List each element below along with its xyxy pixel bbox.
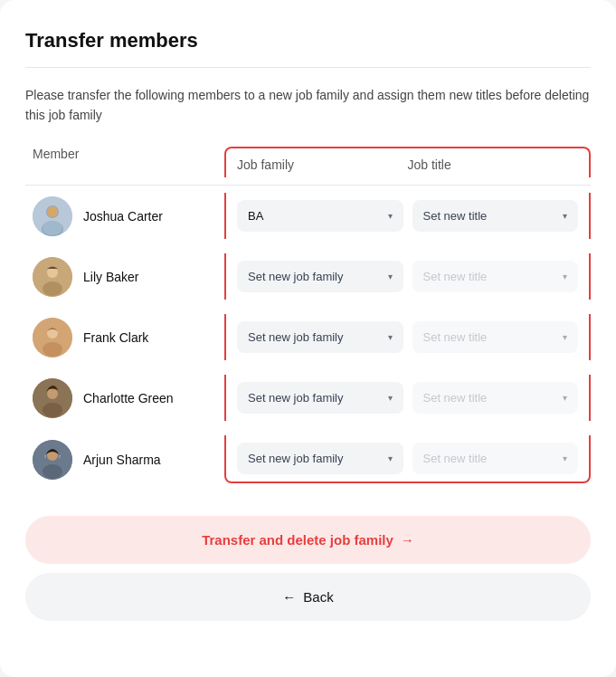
job-family-value: BA <box>248 209 383 223</box>
svg-point-12 <box>47 388 58 399</box>
member-name: Charlotte Green <box>83 391 174 405</box>
chevron-down-icon: ▾ <box>388 272 393 281</box>
member-rows-container: Joshua Carter BA ▾ Set new title ▾ Lily … <box>25 186 591 491</box>
column-member-header: Member <box>25 147 224 177</box>
svg-point-10 <box>43 342 62 357</box>
column-job-family-header: Job family <box>237 157 408 172</box>
back-arrow-icon: ← <box>282 589 296 605</box>
job-family-dropdown-joshua[interactable]: BA ▾ <box>237 200 403 232</box>
chevron-down-icon: ▾ <box>563 332 567 342</box>
table-row: Frank Clark Set new job family ▾ Set new… <box>25 307 591 367</box>
chevron-down-icon: ▾ <box>388 453 393 463</box>
member-name: Arjun Sharma <box>83 453 161 467</box>
chevron-down-icon: ▾ <box>388 211 393 221</box>
table-row: Charlotte Green Set new job family ▾ Set… <box>25 367 591 428</box>
member-info: Joshua Carter <box>25 196 224 236</box>
job-title-value: Set new title <box>423 452 558 465</box>
description: Please transfer the following members to… <box>25 86 591 125</box>
back-button-label: Back <box>303 589 333 605</box>
member-info: Arjun Sharma <box>25 440 224 480</box>
chevron-down-icon: ▾ <box>388 393 393 403</box>
member-info: Charlotte Green <box>25 378 224 418</box>
job-family-value: Set new job family <box>248 452 383 465</box>
back-button[interactable]: ← Back <box>25 573 591 621</box>
job-family-value: Set new job family <box>248 330 383 344</box>
table-row: Joshua Carter BA ▾ Set new title ▾ <box>25 186 591 246</box>
avatar <box>33 378 72 418</box>
job-family-value: Set new job family <box>248 391 383 405</box>
svg-point-16 <box>43 464 62 479</box>
job-title-value: Set new title <box>423 209 558 223</box>
avatar <box>33 257 72 297</box>
transfer-arrow-icon: → <box>401 532 414 548</box>
transfer-button-label: Transfer and delete job family <box>202 532 393 548</box>
job-family-value: Set new job family <box>248 270 383 283</box>
row-controls: Set new job family ▾ Set new title ▾ <box>224 375 591 421</box>
svg-point-4 <box>43 221 62 235</box>
avatar <box>33 196 72 236</box>
job-family-dropdown-arjun[interactable]: Set new job family ▾ <box>237 443 403 474</box>
job-title-dropdown-charlotte: Set new title ▾ <box>412 382 579 414</box>
modal-card: Transfer members Please transfer the fol… <box>0 0 616 677</box>
transfer-delete-button[interactable]: Transfer and delete job family → <box>25 516 591 564</box>
job-family-dropdown-lily[interactable]: Set new job family ▾ <box>237 261 403 292</box>
job-title-dropdown-frank: Set new title ▾ <box>412 321 579 353</box>
member-info: Lily Baker <box>25 257 224 297</box>
job-title-value: Set new title <box>423 330 558 344</box>
table-row: Arjun Sharma Set new job family ▾ Set ne… <box>25 428 591 491</box>
member-name: Lily Baker <box>83 270 138 284</box>
column-right-headers: Job family Job title <box>224 147 591 177</box>
chevron-down-icon: ▾ <box>388 332 393 342</box>
chevron-down-icon: ▾ <box>563 211 567 221</box>
table-header: Member Job family Job title <box>25 147 591 186</box>
job-title-dropdown-arjun: Set new title ▾ <box>412 443 579 474</box>
row-controls: Set new job family ▾ Set new title ▾ <box>224 314 591 360</box>
job-title-dropdown-joshua[interactable]: Set new title ▾ <box>412 200 579 232</box>
divider <box>25 67 591 68</box>
avatar <box>33 318 72 358</box>
member-name: Joshua Carter <box>83 209 163 224</box>
job-title-value: Set new title <box>423 270 558 283</box>
job-family-dropdown-frank[interactable]: Set new job family ▾ <box>237 321 403 353</box>
svg-point-9 <box>47 328 58 338</box>
job-title-value: Set new title <box>423 391 558 405</box>
page-title: Transfer members <box>25 29 591 52</box>
svg-point-3 <box>47 206 58 217</box>
avatar <box>33 440 72 480</box>
column-job-title-header: Job title <box>408 157 579 172</box>
member-info: Frank Clark <box>25 318 224 358</box>
row-controls: Set new job family ▾ Set new title ▾ <box>224 253 591 300</box>
chevron-down-icon: ▾ <box>563 272 567 281</box>
svg-point-13 <box>43 403 62 417</box>
row-controls: Set new job family ▾ Set new title ▾ <box>224 435 591 483</box>
job-title-dropdown-lily: Set new title ▾ <box>412 261 579 292</box>
svg-point-7 <box>43 281 62 296</box>
members-table: Member Job family Job title Joshua Carte… <box>25 147 591 491</box>
row-controls: BA ▾ Set new title ▾ <box>224 193 591 239</box>
table-row: Lily Baker Set new job family ▾ Set new … <box>25 246 591 307</box>
chevron-down-icon: ▾ <box>563 453 567 463</box>
member-name: Frank Clark <box>83 330 148 345</box>
job-family-dropdown-charlotte[interactable]: Set new job family ▾ <box>237 382 403 414</box>
chevron-down-icon: ▾ <box>563 393 567 403</box>
